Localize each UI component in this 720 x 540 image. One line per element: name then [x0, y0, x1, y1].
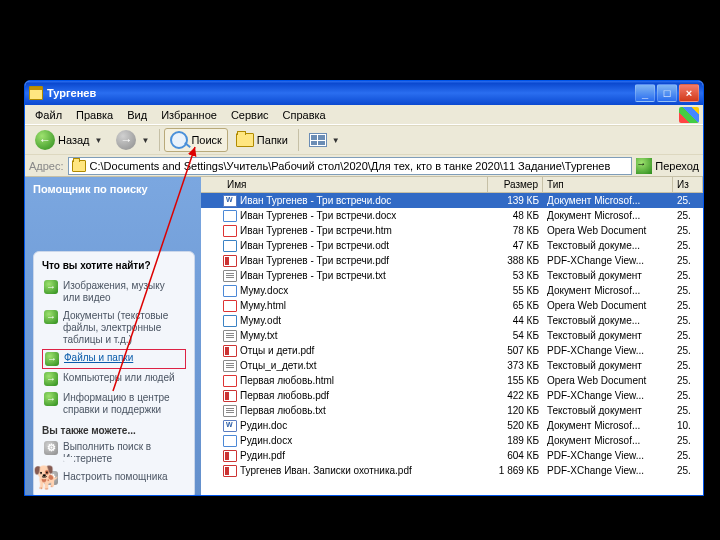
file-modified: 25.	[673, 330, 703, 341]
file-row[interactable]: Муму.docx55 КБДокумент Microsof...25.	[201, 283, 703, 298]
file-row[interactable]: Иван Тургенев - Три встречи.pdf388 КБPDF…	[201, 253, 703, 268]
go-button[interactable]: → Переход	[636, 158, 699, 174]
file-row[interactable]: Тургенев Иван. Записки охотника.pdf1 869…	[201, 463, 703, 478]
file-row[interactable]: Первая любовь.html155 КБOpera Web Docume…	[201, 373, 703, 388]
file-type: Opera Web Document	[543, 300, 673, 311]
file-row[interactable]: Иван Тургенев - Три встречи.htm78 КБOper…	[201, 223, 703, 238]
search-option-3[interactable]: →Компьютеры или людей	[42, 369, 186, 389]
column-modified[interactable]: Из	[673, 177, 703, 192]
go-icon: →	[636, 158, 652, 174]
back-label: Назад	[58, 134, 90, 146]
file-row[interactable]: Рудин.docx189 КБДокумент Microsof...25.	[201, 433, 703, 448]
pdf-icon	[223, 390, 237, 402]
file-name: Первая любовь.txt	[240, 405, 488, 416]
column-size[interactable]: Размер	[488, 177, 543, 192]
file-name: Отцы_и_дети.txt	[240, 360, 488, 371]
doc-icon	[223, 420, 237, 432]
menu-help[interactable]: Справка	[277, 107, 332, 123]
odt-icon	[223, 240, 237, 252]
file-size: 373 КБ	[488, 360, 543, 371]
file-name: Рудин.pdf	[240, 450, 488, 461]
file-size: 54 КБ	[488, 330, 543, 341]
file-row[interactable]: Первая любовь.txt120 КБТекстовый докумен…	[201, 403, 703, 418]
file-size: 120 КБ	[488, 405, 543, 416]
menu-edit[interactable]: Правка	[70, 107, 119, 123]
pdf-icon	[223, 450, 237, 462]
file-name: Муму.txt	[240, 330, 488, 341]
search-sidebar: Помощник по поиску Что вы хотите найти? …	[25, 177, 201, 495]
back-icon: ←	[35, 130, 55, 150]
file-type: PDF-XChange View...	[543, 345, 673, 356]
file-modified: 25.	[673, 450, 703, 461]
file-size: 189 КБ	[488, 435, 543, 446]
back-dropdown-icon[interactable]: ▼	[95, 136, 103, 145]
docx-icon	[223, 285, 237, 297]
file-row[interactable]: Муму.odt44 КБТекстовый докуме...25.	[201, 313, 703, 328]
search-option-2[interactable]: →Файлы и папки	[42, 349, 186, 369]
folders-button[interactable]: Папки	[230, 128, 294, 152]
maximize-button[interactable]: □	[657, 84, 677, 102]
search-option-0[interactable]: →Изображения, музыку или видео	[42, 277, 186, 307]
file-modified: 25.	[673, 225, 703, 236]
option-icon: ⚙	[44, 441, 58, 455]
file-type: Opera Web Document	[543, 375, 673, 386]
views-button[interactable]: ▼	[303, 128, 346, 152]
file-row[interactable]: Отцы_и_дети.txt373 КБТекстовый документ2…	[201, 358, 703, 373]
file-row[interactable]: Иван Тургенев - Три встречи.docx48 КБДок…	[201, 208, 703, 223]
menu-tools[interactable]: Сервис	[225, 107, 275, 123]
close-button[interactable]: ×	[679, 84, 699, 102]
file-row[interactable]: Муму.html65 КБOpera Web Document25.	[201, 298, 703, 313]
file-size: 520 КБ	[488, 420, 543, 431]
file-row[interactable]: Иван Тургенев - Три встречи.odt47 КБТекс…	[201, 238, 703, 253]
window-title: Тургенев	[47, 87, 635, 99]
file-row[interactable]: Рудин.pdf604 КБPDF-XChange View...25.	[201, 448, 703, 463]
htm-icon	[223, 225, 237, 237]
file-type: PDF-XChange View...	[543, 255, 673, 266]
file-name: Муму.odt	[240, 315, 488, 326]
back-button[interactable]: ← Назад ▼	[29, 128, 108, 152]
file-size: 55 КБ	[488, 285, 543, 296]
menu-favorites[interactable]: Избранное	[155, 107, 223, 123]
search-dog-icon: 🐕	[33, 465, 60, 491]
menu-file[interactable]: Файл	[29, 107, 68, 123]
file-modified: 25.	[673, 345, 703, 356]
titlebar[interactable]: Тургенев _ □ ×	[25, 81, 703, 105]
forward-dropdown-icon[interactable]: ▼	[141, 136, 149, 145]
file-name: Иван Тургенев - Три встречи.odt	[240, 240, 488, 251]
file-name: Первая любовь.html	[240, 375, 488, 386]
file-type: PDF-XChange View...	[543, 390, 673, 401]
file-type: Opera Web Document	[543, 225, 673, 236]
file-row[interactable]: Иван Тургенев - Три встречи.txt53 КБТекс…	[201, 268, 703, 283]
forward-button[interactable]: → ▼	[110, 128, 155, 152]
file-list[interactable]: Имя Размер Тип Из Иван Тургенев - Три вс…	[201, 177, 703, 495]
address-path: C:\Documents and Settings\Учитель\Рабочи…	[90, 160, 611, 172]
file-type: Текстовый документ	[543, 360, 673, 371]
file-row[interactable]: Муму.txt54 КБТекстовый документ25.	[201, 328, 703, 343]
minimize-button[interactable]: _	[635, 84, 655, 102]
search-extra-1[interactable]: ⚙Настроить помощника	[42, 468, 186, 488]
search-option-1[interactable]: →Документы (текстовые файлы, электронные…	[42, 307, 186, 349]
search-option-label: Компьютеры или людей	[63, 372, 175, 384]
file-type: PDF-XChange View...	[543, 465, 673, 476]
file-name: Иван Тургенев - Три встречи.pdf	[240, 255, 488, 266]
file-row[interactable]: Рудин.doc520 КБДокумент Microsof...10.	[201, 418, 703, 433]
address-field[interactable]: C:\Documents and Settings\Учитель\Рабочи…	[68, 157, 633, 175]
file-modified: 25.	[673, 285, 703, 296]
views-dropdown-icon[interactable]: ▼	[332, 136, 340, 145]
pdf-icon	[223, 345, 237, 357]
column-name[interactable]: Имя	[223, 177, 488, 192]
search-option-4[interactable]: →Информацию в центре справки и поддержки	[42, 389, 186, 419]
menu-view[interactable]: Вид	[121, 107, 153, 123]
file-modified: 25.	[673, 270, 703, 281]
search-label: Поиск	[191, 134, 221, 146]
explorer-window: Тургенев _ □ × Файл Правка Вид Избранное…	[24, 80, 704, 496]
file-row[interactable]: Отцы и дети.pdf507 КБPDF-XChange View...…	[201, 343, 703, 358]
file-name: Иван Тургенев - Три встречи.txt	[240, 270, 488, 281]
file-row[interactable]: Иван Тургенев - Три встречи.doc139 КБДок…	[201, 193, 703, 208]
column-type[interactable]: Тип	[543, 177, 673, 192]
htm-icon	[223, 300, 237, 312]
txt-icon	[223, 330, 237, 342]
file-name: Иван Тургенев - Три встречи.htm	[240, 225, 488, 236]
search-button[interactable]: Поиск	[164, 128, 227, 152]
file-row[interactable]: Первая любовь.pdf422 КБPDF-XChange View.…	[201, 388, 703, 403]
